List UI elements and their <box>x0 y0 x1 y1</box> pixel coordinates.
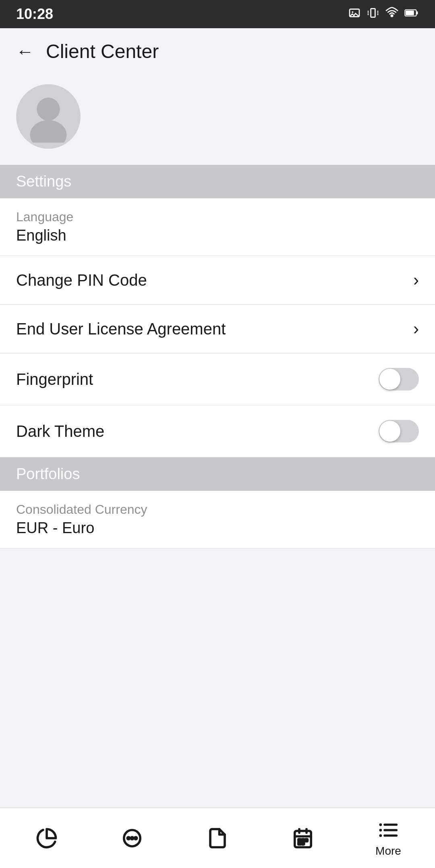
language-item[interactable]: Language English <box>0 198 435 256</box>
svg-rect-27 <box>302 842 304 845</box>
settings-section-header: Settings <box>0 165 435 198</box>
svg-point-14 <box>30 120 67 143</box>
nav-item-more[interactable]: More <box>346 815 431 862</box>
page-header: ← Client Center <box>0 28 435 72</box>
fingerprint-item[interactable]: Fingerprint <box>0 353 435 405</box>
svg-rect-24 <box>302 839 304 841</box>
page-title: Client Center <box>46 40 159 62</box>
svg-rect-11 <box>416 11 418 15</box>
nav-item-documents[interactable] <box>175 823 260 853</box>
nav-item-calendar[interactable] <box>260 823 346 853</box>
nav-item-messages[interactable] <box>89 823 175 853</box>
settings-section-label: Settings <box>16 173 71 190</box>
more-label: More <box>375 845 401 858</box>
calendar-icon <box>292 827 314 849</box>
wifi-icon <box>385 6 399 23</box>
pie-chart-icon <box>35 827 58 849</box>
dark-theme-toggle-knob <box>379 421 400 442</box>
change-pin-label: Change PIN Code <box>16 271 147 289</box>
status-bar: 10:28 <box>0 0 435 28</box>
list-icon <box>377 819 400 841</box>
svg-rect-12 <box>406 10 414 15</box>
svg-point-32 <box>379 829 382 831</box>
portfolios-section-label: Portfolios <box>16 465 80 482</box>
eula-item[interactable]: End User License Agreement › <box>0 305 435 353</box>
svg-point-9 <box>391 15 393 16</box>
svg-rect-23 <box>298 839 301 841</box>
image-icon <box>348 6 361 22</box>
fingerprint-toggle[interactable] <box>379 368 419 390</box>
consolidated-currency-item[interactable]: Consolidated Currency EUR - Euro <box>0 491 435 548</box>
svg-point-31 <box>379 823 382 826</box>
status-time: 10:28 <box>16 6 53 23</box>
bottom-nav: More <box>0 808 435 868</box>
battery-icon <box>404 7 419 21</box>
portfolios-section-header: Portfolios <box>0 457 435 491</box>
dark-theme-toggle[interactable] <box>379 420 419 442</box>
fingerprint-toggle-knob <box>379 369 400 390</box>
svg-point-13 <box>37 98 60 120</box>
vibrate-icon <box>367 6 379 22</box>
avatar-section <box>0 72 435 165</box>
main-content: Settings Language English Change PIN Cod… <box>0 165 435 613</box>
svg-point-18 <box>135 837 137 839</box>
change-pin-chevron: › <box>413 270 419 290</box>
change-pin-item[interactable]: Change PIN Code › <box>0 256 435 305</box>
eula-label: End User License Agreement <box>16 320 226 338</box>
eula-chevron: › <box>413 319 419 338</box>
consolidated-currency-label: Consolidated Currency <box>16 502 419 517</box>
dark-theme-item[interactable]: Dark Theme <box>0 405 435 457</box>
svg-point-33 <box>379 834 382 837</box>
svg-rect-26 <box>298 842 301 845</box>
message-circle-icon <box>121 827 143 849</box>
back-button[interactable]: ← <box>16 42 34 62</box>
fingerprint-label: Fingerprint <box>16 370 93 388</box>
avatar[interactable] <box>16 84 81 149</box>
dark-theme-label: Dark Theme <box>16 422 104 440</box>
language-label: Language <box>16 210 419 224</box>
svg-rect-2 <box>371 8 375 17</box>
svg-point-16 <box>127 837 129 839</box>
status-icons <box>348 6 419 23</box>
svg-rect-25 <box>305 839 308 841</box>
svg-point-17 <box>131 837 133 839</box>
file-icon <box>206 827 229 849</box>
svg-point-1 <box>352 11 353 13</box>
language-value: English <box>16 227 419 244</box>
nav-item-portfolio[interactable] <box>4 823 89 853</box>
consolidated-currency-value: EUR - Euro <box>16 519 419 537</box>
